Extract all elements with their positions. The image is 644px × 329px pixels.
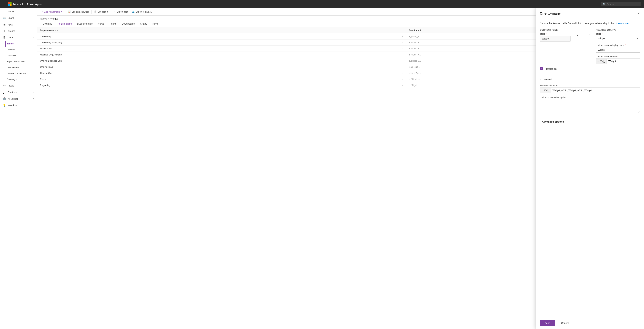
lookup-display-label: Lookup column display name *	[596, 44, 640, 47]
tab-views[interactable]: Views	[95, 21, 107, 27]
lookup-name-label: Lookup column name *	[596, 55, 640, 58]
panel-description: Choose the Related table from which to c…	[540, 22, 640, 25]
data-icon: 🗄	[3, 36, 6, 39]
tab-business-rules[interactable]: Business rules	[74, 21, 95, 27]
tab-columns[interactable]: Columns	[40, 21, 55, 27]
col-header-display-name[interactable]: Display name ↑ ▾	[37, 27, 406, 34]
general-chevron-icon: ∨	[540, 78, 541, 81]
sidebar-item-label: Export to data lake	[7, 60, 25, 63]
row-actions[interactable]: ···	[402, 54, 404, 56]
related-table-label: Table *	[596, 33, 640, 35]
rel-name-label: Relationship name *	[540, 84, 640, 87]
panel-header: One-to-many ✕	[536, 8, 644, 18]
cancel-button[interactable]: Cancel	[557, 320, 573, 326]
edit-data-button[interactable]: 📊 Edit data in Excel	[66, 10, 91, 14]
done-button[interactable]: Done	[540, 320, 555, 326]
sort-icon: ↑	[55, 29, 56, 32]
panel-title: One-to-many	[540, 12, 560, 16]
lookup-name-field: cr25d_	[596, 59, 640, 64]
sidebar-item-chatbots[interactable]: 💬 Chatbots ∨	[0, 89, 37, 96]
section-divider	[540, 74, 640, 74]
row-actions[interactable]: ···	[402, 84, 404, 87]
plus-icon: +	[42, 11, 44, 13]
search-input[interactable]	[607, 3, 639, 6]
add-relationship-chevron: ▾	[61, 11, 62, 13]
hierarchical-checkbox[interactable]	[540, 67, 543, 70]
current-table-label: Table *	[540, 33, 570, 35]
sidebar-item-data[interactable]: 🗄 Data ∧	[0, 34, 37, 41]
sidebar-item-gateways[interactable]: Gateways	[6, 76, 37, 82]
chatbots-chevron: ∨	[33, 91, 34, 93]
sidebar-item-create[interactable]: + Create	[0, 28, 37, 34]
learn-more-link[interactable]: Learn more	[616, 22, 628, 25]
panel-footer: Done Cancel	[536, 317, 644, 329]
sidebar-item-tables[interactable]: Tables	[6, 41, 37, 47]
sidebar-item-solutions[interactable]: 💡 Solutions	[0, 102, 37, 109]
topbar: ☰ Microsoft Power Apps 🔍	[0, 0, 644, 8]
lookup-desc-label: Lookup column description	[540, 96, 640, 99]
filter-icon: ▾	[56, 29, 58, 32]
export-data-lake-button[interactable]: 🌊 Export to data l...	[130, 10, 154, 14]
tab-forms[interactable]: Forms	[107, 21, 119, 27]
add-relationship-button[interactable]: + Add relationship ▾	[40, 10, 64, 14]
sidebar-item-label: Choices	[7, 48, 15, 51]
sidebar-item-flows[interactable]: ⟳ Flows	[0, 82, 37, 89]
sidebar-item-learn[interactable]: 📖 Learn	[0, 15, 37, 21]
tab-relationships[interactable]: Relationships	[55, 21, 74, 27]
panel-close-button[interactable]: ✕	[638, 12, 640, 16]
row-actions[interactable]: ···	[402, 47, 404, 50]
sidebar-item-label: Tables	[7, 42, 14, 45]
sidebar-item-label: Flows	[8, 84, 14, 87]
search-box[interactable]: 🔍	[600, 2, 641, 6]
sidebar-item-dataflows[interactable]: Dataflows	[6, 53, 37, 59]
related-table-select[interactable]: Widget	[596, 36, 640, 41]
sidebar-item-label: Dataflows	[7, 54, 16, 57]
cell-display-name: Record ···	[37, 76, 406, 82]
breadcrumb-tables[interactable]: Tables	[40, 17, 47, 20]
row-actions[interactable]: ···	[402, 60, 404, 62]
rel-one: 1	[576, 34, 578, 36]
cell-display-name: Modified By (Delegate) ···	[37, 52, 406, 58]
row-actions[interactable]: ···	[402, 66, 404, 68]
row-actions[interactable]: ···	[402, 41, 404, 44]
sidebar-item-choices[interactable]: Choices	[6, 47, 37, 53]
solutions-icon: 💡	[3, 104, 6, 107]
sidebar-item-export-data-lake[interactable]: Export to data lake	[6, 59, 37, 65]
sidebar-item-ai-builder[interactable]: 🤖 AI Builder ∨	[0, 96, 37, 102]
row-actions[interactable]: ···	[402, 72, 404, 74]
hamburger-icon[interactable]: ☰	[3, 2, 6, 6]
advanced-options-header[interactable]: › Advanced options	[540, 119, 640, 125]
get-data-button[interactable]: 🗄 Get data ▾	[92, 10, 110, 14]
cell-display-name: Owning Business Unit ···	[37, 58, 406, 64]
tab-dashboards[interactable]: Dashboards	[119, 21, 138, 27]
sidebar-item-label: Learn	[8, 17, 14, 19]
lookup-name-input[interactable]	[607, 59, 640, 64]
export-lake-icon: 🌊	[132, 11, 135, 13]
ai-builder-icon: 🤖	[3, 97, 6, 100]
data-subsection: Tables Choices Dataflows Export to data …	[0, 41, 37, 82]
general-section-body: Relationship name * cr25d_ Lookup column…	[540, 84, 640, 113]
row-actions[interactable]: ···	[402, 35, 404, 38]
tab-keys[interactable]: Keys	[150, 21, 160, 27]
content-area: + Add relationship ▾ 📊 Edit data in Exce…	[37, 8, 644, 329]
rel-name-input[interactable]	[551, 88, 640, 93]
sidebar-item-home[interactable]: ⌂ Home	[0, 8, 37, 15]
sidebar-item-custom-connectors[interactable]: Custom Connectors	[6, 70, 37, 76]
sidebar-item-connections[interactable]: Connections	[6, 65, 37, 70]
sidebar-item-label: Apps	[8, 23, 13, 26]
tab-charts[interactable]: Charts	[138, 21, 150, 27]
data-chevron: ∧	[33, 37, 34, 39]
ai-chevron: ∨	[33, 98, 34, 100]
rel-many: *	[588, 34, 590, 36]
sidebar-item-label: Gateways	[7, 78, 16, 81]
lookup-desc-textarea[interactable]	[540, 99, 640, 113]
sidebar-item-apps[interactable]: ⊞ Apps	[0, 21, 37, 28]
current-table-value: Widget	[540, 36, 570, 42]
cell-display-name: Created By ···	[37, 34, 406, 40]
general-section-header[interactable]: ∨ General	[540, 77, 640, 82]
hierarchical-label: Hierarchical	[544, 68, 557, 70]
row-actions[interactable]: ···	[402, 78, 404, 80]
export-data-button[interactable]: ↗ Export data	[112, 10, 130, 14]
sort-control[interactable]: Display name ↑ ▾	[40, 29, 58, 32]
lookup-display-input[interactable]	[596, 47, 640, 53]
